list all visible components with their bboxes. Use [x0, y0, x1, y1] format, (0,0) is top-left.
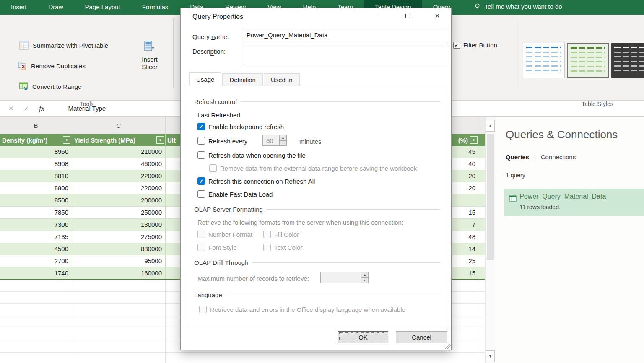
style-preview-row	[614, 70, 644, 71]
refresh-on-open-checkbox[interactable]: ✓ Refresh data when o̲pening the file	[197, 151, 306, 159]
scroll-up-icon: ▲	[488, 124, 492, 128]
dialog-tab-usage[interactable]: Usage	[189, 72, 221, 86]
tab-queries[interactable]: Queries	[506, 153, 529, 161]
filter-button-yield-strength[interactable]: ▼	[156, 136, 164, 144]
cell	[479, 267, 485, 279]
ok-button[interactable]: OK	[338, 331, 388, 343]
table-style-blue[interactable]	[523, 43, 565, 78]
cell	[479, 316, 485, 328]
table-styles-gallery	[523, 43, 644, 78]
minimize-button	[371, 10, 389, 22]
max-records-label: Maximum number of records to retrieve:	[197, 275, 309, 282]
convert-to-range-button[interactable]: Convert to Range	[19, 82, 82, 91]
maximize-button[interactable]	[398, 10, 417, 22]
filter-button-checkbox[interactable]: ✓ Filter Button	[453, 41, 497, 49]
cell	[0, 328, 72, 340]
close-icon: ✕	[435, 12, 440, 20]
cell	[479, 158, 485, 170]
cell	[0, 316, 72, 328]
description-input[interactable]	[243, 46, 447, 64]
style-preview-row	[571, 66, 605, 67]
ribbon-tab-insert[interactable]: Insert	[0, 0, 38, 15]
max-records-spinner: ▲▼	[320, 272, 369, 283]
cell	[0, 304, 72, 316]
insert-slicer-button[interactable]: Insert Slicer	[138, 40, 162, 71]
cell	[479, 219, 485, 231]
query-item-name: Power_Query_Material_Data	[519, 193, 606, 200]
query-table-icon	[509, 195, 517, 202]
column-header-c[interactable]: C	[72, 117, 166, 134]
column-header-b[interactable]: B	[0, 117, 72, 134]
filter-button-density[interactable]: ▼	[63, 136, 70, 144]
cell	[479, 182, 485, 194]
query-list-item[interactable]: Power_Query_Material_Data 11 rows loaded…	[504, 189, 644, 216]
dialog-tab-definition[interactable]: D̲efinition	[222, 73, 263, 86]
refresh-every-checkbox[interactable]: ✓ R̲efresh every	[197, 137, 247, 145]
filter-button-pct[interactable]: ▼	[470, 136, 478, 144]
style-preview-row	[526, 61, 561, 62]
checkbox-icon: ✓	[209, 164, 217, 172]
font-style-checkbox: ✓ Font Style	[197, 243, 237, 252]
queries-connections-panel: Queries & Connections Queries | Connecti…	[495, 117, 644, 363]
checkbox-icon: ✓	[453, 42, 460, 49]
cell	[479, 280, 485, 291]
header-cell-density[interactable]: Density (kg/m³) ▼	[0, 134, 72, 146]
tab-divider: |	[534, 153, 536, 161]
pct-header-label: (%)	[458, 137, 468, 144]
panel-tabs: Queries | Connections	[506, 153, 576, 161]
description-label: Descrip̲tion:	[192, 48, 226, 55]
summarize-with-pivottable-button[interactable]: Summarize with PivotTable	[19, 41, 108, 50]
cell	[72, 353, 166, 363]
column-header-sliver	[479, 117, 485, 134]
cell	[479, 255, 485, 267]
table-style-dark[interactable]	[611, 43, 644, 78]
cell	[0, 340, 72, 352]
max-records-value	[321, 272, 361, 283]
style-preview-row	[526, 65, 561, 67]
refresh-control-group-header: Refresh control	[194, 98, 440, 105]
query-count-label: 1 query	[506, 172, 525, 179]
cell	[479, 207, 485, 218]
cancel-button[interactable]: Cancel	[396, 331, 447, 343]
panel-title: Queries & Connections	[506, 128, 618, 141]
refresh-minutes-value: 60	[263, 135, 279, 145]
checkbox-icon: ✓	[263, 231, 271, 238]
checkbox-icon: ✓	[197, 244, 205, 251]
vertical-scrollbar[interactable]: ▲ ▼	[485, 117, 495, 363]
cell: 200000	[72, 194, 166, 206]
scrollbar-thumb[interactable]	[487, 134, 494, 260]
cell: 4500	[0, 243, 72, 255]
insert-slicer-label-1: Insert	[142, 56, 158, 63]
checkbox-icon: ✓	[197, 123, 205, 130]
check-icon: ✓	[199, 124, 204, 130]
remove-duplicates-button[interactable]: Remove Duplicates	[18, 61, 86, 70]
ribbon-tab-formulas[interactable]: Formulas	[131, 0, 179, 15]
dialog-tab-used-in[interactable]: U̲sed In	[264, 73, 300, 86]
scroll-up-button[interactable]: ▲	[486, 120, 495, 132]
close-button[interactable]: ✕	[428, 10, 447, 22]
resize-grip[interactable]	[445, 344, 451, 350]
scroll-down-button[interactable]: ▼	[486, 350, 495, 362]
style-preview-row	[571, 70, 605, 72]
style-preview-row	[571, 57, 605, 58]
table-style-green-selected[interactable]	[567, 43, 609, 78]
enable-background-refresh-checkbox[interactable]: ✓ Enable background refresh	[197, 122, 284, 131]
tab-connections[interactable]: Connections	[541, 153, 576, 161]
cell	[479, 353, 485, 363]
cell: 2700	[0, 255, 72, 267]
enable-fast-data-load-checkbox[interactable]: ✓ Enable Fa̲st Data Load	[197, 190, 273, 198]
cell: 95000	[72, 255, 166, 267]
filter-dropdown-icon: ▼	[472, 138, 475, 142]
yield-strength-header-label: Yield Strength (MPa)	[74, 137, 135, 144]
ribbon-tab-page-layout[interactable]: Page Layout	[74, 0, 131, 15]
refresh-on-refresh-all-checkbox[interactable]: ✓ Refresh this connection on Refresh A̲l…	[197, 177, 315, 185]
filter-dropdown-icon: ▼	[158, 138, 162, 142]
tell-me-label: Tell me what you want to do	[485, 3, 562, 10]
header-cell-yield-strength[interactable]: Yield Strength (MPa) ▼	[72, 134, 166, 146]
panel-divider	[495, 183, 644, 183]
query-name-input[interactable]: Power_Query_Material_Data	[243, 29, 447, 41]
ribbon-tab-draw[interactable]: Draw	[38, 0, 74, 15]
spin-down-icon: ▼	[361, 278, 368, 283]
last-refreshed-label: Last Refreshed:	[197, 111, 242, 119]
tell-me-box[interactable]: Tell me what you want to do	[474, 0, 562, 15]
